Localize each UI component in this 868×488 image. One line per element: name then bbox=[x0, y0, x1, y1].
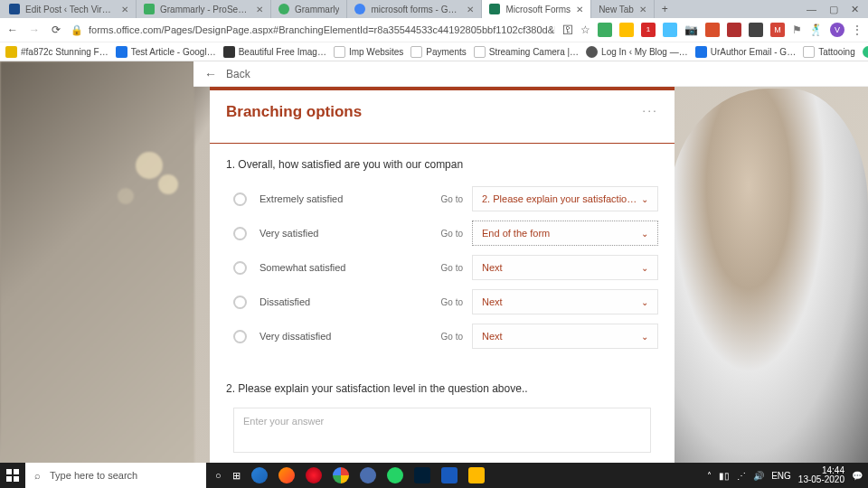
tray-lang[interactable]: ENG bbox=[771, 471, 791, 481]
explorer-icon[interactable] bbox=[468, 467, 485, 483]
photoshop-icon[interactable] bbox=[414, 467, 430, 483]
more-icon[interactable]: ··· bbox=[642, 103, 658, 117]
goto-label: Go to bbox=[441, 297, 463, 307]
back-arrow-icon[interactable]: ← bbox=[204, 67, 217, 81]
bookmark-free-images[interactable]: Beautiful Free Imag… bbox=[223, 46, 326, 58]
bookmark-login[interactable]: Log In ‹ My Blog —… bbox=[586, 46, 688, 58]
minimize-icon[interactable]: — bbox=[807, 4, 816, 15]
answer-textarea[interactable]: Enter your answer bbox=[233, 408, 651, 453]
search-icon: ⌕ bbox=[34, 470, 41, 481]
new-tab-button[interactable]: + bbox=[655, 3, 675, 15]
tab-techviral[interactable]: Edit Post ‹ Tech Viral — Wor…✕ bbox=[2, 0, 137, 18]
notifications-icon[interactable]: 💬 bbox=[852, 471, 863, 481]
close-icon[interactable]: ✕ bbox=[576, 5, 583, 14]
firefox-icon[interactable] bbox=[278, 467, 295, 483]
radio-icon[interactable] bbox=[233, 192, 247, 206]
tab-grammarly-proseo[interactable]: Grammarly - ProSeoTools_✕ bbox=[137, 0, 271, 18]
word-icon[interactable] bbox=[441, 467, 458, 483]
cortana-icon[interactable]: ○ bbox=[215, 470, 222, 481]
option-label: Somewhat satisfied bbox=[259, 262, 441, 273]
chrome-icon[interactable] bbox=[333, 467, 349, 483]
option-label: Dissatisfied bbox=[259, 296, 441, 307]
maximize-icon[interactable]: ▢ bbox=[829, 4, 838, 15]
bookmark-imp-websites[interactable]: Imp Websites bbox=[334, 46, 403, 58]
tab-grammarly[interactable]: Grammarly bbox=[271, 0, 347, 18]
bookmark-stunning[interactable]: #fa872c Stunning F… bbox=[5, 46, 108, 58]
bookmark-test-article[interactable]: Test Article - Googl… bbox=[116, 46, 216, 58]
goto-dropdown-very[interactable]: End of the form⌄ bbox=[472, 221, 658, 246]
bookmark-urauthor[interactable]: UrAuthor Email - G… bbox=[695, 46, 796, 58]
close-icon[interactable]: ✕ bbox=[639, 5, 646, 14]
address-bar-row: ← → ⟳ 🔒 forms.office.com/Pages/DesignPag… bbox=[0, 18, 868, 42]
search-placeholder: Type here to search bbox=[50, 470, 137, 481]
extensions-row: ⚿ ☆ 1 📷 M ⚑ 🕺 V ⋮ bbox=[562, 23, 863, 37]
page-title: Branching options bbox=[226, 103, 658, 121]
chromium-icon[interactable] bbox=[360, 467, 376, 483]
goto-dropdown-very-dissatisfied[interactable]: Next⌄ bbox=[472, 324, 658, 349]
goto-dropdown-extremely[interactable]: 2. Please explain your satisfaction leve… bbox=[472, 186, 658, 211]
tray-volume-icon[interactable]: 🔊 bbox=[753, 471, 764, 481]
close-icon[interactable]: ✕ bbox=[121, 5, 128, 14]
goto-dropdown-somewhat[interactable]: Next⌄ bbox=[472, 255, 658, 280]
bookmark-live-chat[interactable]: Best Live Chat bbox=[863, 46, 868, 58]
question-1-card: 1. Overall, how satisfied are you with o… bbox=[222, 144, 662, 362]
tab-strip: Edit Post ‹ Tech Viral — Wor…✕ Grammarly… bbox=[0, 0, 868, 18]
bookmark-payments[interactable]: Payments bbox=[410, 46, 466, 58]
key-icon[interactable]: ⚿ bbox=[562, 23, 573, 36]
tray-chevron-icon[interactable]: ˄ bbox=[707, 471, 712, 481]
radio-icon[interactable] bbox=[233, 227, 247, 240]
goto-label: Go to bbox=[441, 332, 463, 342]
radio-icon[interactable] bbox=[233, 261, 247, 275]
bookmark-streaming[interactable]: Streaming Camera |… bbox=[474, 46, 579, 58]
goto-dropdown-dissatisfied[interactable]: Next⌄ bbox=[472, 289, 658, 314]
ext-mail-icon[interactable]: M bbox=[770, 23, 785, 37]
ext-runner-icon[interactable]: 🕺 bbox=[809, 23, 823, 36]
radio-icon[interactable] bbox=[233, 330, 247, 343]
tab-new[interactable]: New Tab✕ bbox=[591, 0, 655, 18]
taskview-icon[interactable]: ⊞ bbox=[232, 470, 241, 482]
chevron-down-icon: ⌄ bbox=[641, 332, 648, 342]
ext-camera-icon[interactable]: 📷 bbox=[684, 23, 698, 36]
tab-microsoft-forms[interactable]: Microsoft Forms✕ bbox=[482, 0, 591, 18]
edge-icon[interactable] bbox=[251, 467, 268, 483]
ext-dark-red-icon[interactable] bbox=[727, 23, 741, 37]
opera-icon[interactable] bbox=[306, 467, 322, 483]
back-label[interactable]: Back bbox=[226, 68, 250, 80]
tab-google-search[interactable]: microsoft forms - Google Se✕ bbox=[347, 0, 482, 18]
ext-dark-icon[interactable] bbox=[749, 23, 763, 37]
ext-red-badge-icon[interactable]: 1 bbox=[641, 23, 656, 37]
ext-blue-icon[interactable] bbox=[663, 23, 677, 37]
address-bar[interactable]: 🔒 forms.office.com/Pages/DesignPage.aspx… bbox=[71, 24, 555, 36]
chevron-down-icon: ⌄ bbox=[641, 263, 648, 273]
back-icon[interactable]: ← bbox=[5, 23, 20, 36]
tray-wifi-icon[interactable]: ⋰ bbox=[737, 471, 746, 481]
tray-battery-icon[interactable]: ▮▯ bbox=[719, 471, 730, 481]
ext-yellow-icon[interactable] bbox=[619, 23, 634, 37]
taskbar-search[interactable]: ⌕Type here to search bbox=[25, 463, 206, 488]
menu-icon[interactable]: ⋮ bbox=[852, 23, 863, 36]
radio-icon[interactable] bbox=[233, 296, 247, 309]
option-label: Extremely satisfied bbox=[259, 193, 441, 204]
lock-icon: 🔒 bbox=[71, 24, 83, 36]
close-window-icon[interactable]: ✕ bbox=[851, 4, 859, 15]
close-icon[interactable]: ✕ bbox=[256, 5, 263, 14]
option-row-very-dissatisfied: Very dissatisfied Go to Next⌄ bbox=[226, 319, 658, 353]
svg-rect-2 bbox=[6, 476, 12, 482]
start-button[interactable] bbox=[0, 463, 25, 488]
ext-flag-icon[interactable]: ⚑ bbox=[792, 23, 802, 36]
forward-icon[interactable]: → bbox=[27, 23, 42, 36]
goto-label: Go to bbox=[441, 263, 463, 273]
star-icon[interactable]: ☆ bbox=[580, 23, 590, 36]
profile-avatar[interactable]: V bbox=[830, 23, 844, 37]
tray-clock[interactable]: 14:4413-05-2020 bbox=[798, 466, 844, 484]
ext-grammarly-icon[interactable] bbox=[598, 23, 612, 37]
whatsapp-icon[interactable] bbox=[387, 467, 403, 483]
ext-orange-icon[interactable] bbox=[705, 23, 720, 37]
bookmark-tattooing[interactable]: Tattooing bbox=[803, 46, 855, 58]
option-row-dissatisfied: Dissatisfied Go to Next⌄ bbox=[226, 285, 658, 319]
chevron-down-icon: ⌄ bbox=[641, 297, 648, 307]
bookmarks-bar: #fa872c Stunning F… Test Article - Googl… bbox=[0, 42, 868, 61]
bg-image-left bbox=[0, 61, 194, 488]
reload-icon[interactable]: ⟳ bbox=[49, 23, 63, 36]
close-icon[interactable]: ✕ bbox=[467, 5, 474, 14]
